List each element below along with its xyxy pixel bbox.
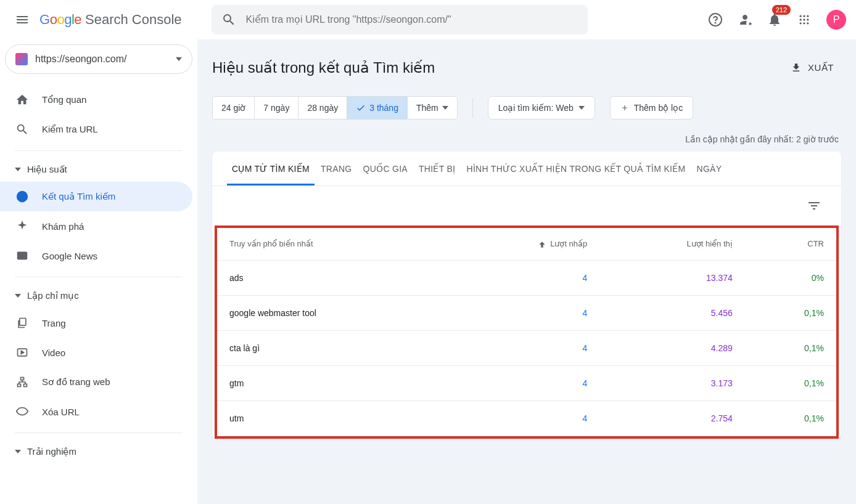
queries-table: Truy vấn phổ biến nhất Lượt nhấp Lượt hi… <box>217 228 836 436</box>
nav-google-news[interactable]: Google News <box>0 241 192 270</box>
nav-label: Khám phá <box>42 221 84 232</box>
nav-video[interactable]: Video <box>0 338 192 367</box>
search-type-filter[interactable]: Loại tìm kiếm: Web <box>488 96 595 120</box>
col-ctr[interactable]: CTR <box>745 228 836 260</box>
date-pill-7d[interactable]: 7 ngày <box>255 97 298 119</box>
users-settings-button[interactable] <box>733 7 757 32</box>
svg-rect-11 <box>17 252 28 260</box>
tab-devices[interactable]: THIẾT BỊ <box>414 152 460 185</box>
nav-discover[interactable]: Khám phá <box>0 211 192 241</box>
tab-queries[interactable]: CỤM TỪ TÌM KIẾM <box>227 152 315 185</box>
date-pill-28d[interactable]: 28 ngày <box>298 97 347 119</box>
table-filter-button[interactable] <box>802 193 826 218</box>
property-selector[interactable]: https://seongon.com/ <box>5 44 192 74</box>
apps-grid-icon <box>798 14 810 26</box>
last-update-text: Lần cập nhật gần đây nhất: 2 giờ trước <box>212 134 841 144</box>
tab-dates[interactable]: NGÀY <box>692 152 727 185</box>
main-layout: https://seongon.com/ Tổng quan Kiểm tra … <box>0 39 856 504</box>
divider <box>15 150 183 151</box>
cell-query: cta là gì <box>217 330 447 365</box>
svg-point-3 <box>803 15 805 17</box>
cell-ctr: 0,1% <box>745 330 836 365</box>
table-row[interactable]: utm 4 2.754 0,1% <box>217 400 836 436</box>
url-search-input[interactable] <box>246 14 578 25</box>
nav-section-performance[interactable]: Hiệu suất <box>0 157 197 182</box>
logo-area[interactable]: Google Search Console <box>39 12 182 28</box>
nav-overview[interactable]: Tổng quan <box>0 85 192 115</box>
user-avatar[interactable]: P <box>826 10 846 30</box>
svg-point-6 <box>803 18 805 20</box>
header-actions: 212 P <box>703 7 846 32</box>
filter-label: Thêm bộ lọc <box>634 103 683 113</box>
col-query[interactable]: Truy vấn phổ biến nhất <box>217 228 447 260</box>
nav-removals[interactable]: Xóa URL <box>0 397 192 426</box>
col-impressions[interactable]: Lượt hiển thị <box>599 228 744 260</box>
nav-search-results[interactable]: Kết quả Tìm kiếm <box>0 182 192 211</box>
add-filter-button[interactable]: Thêm bộ lọc <box>610 96 693 120</box>
notification-badge: 212 <box>772 5 791 15</box>
table-row[interactable]: cta là gì 4 4.289 0,1% <box>217 330 836 365</box>
video-icon <box>15 345 30 360</box>
date-pill-label: Thêm <box>416 103 438 113</box>
nav-section-indexing[interactable]: Lập chỉ mục <box>0 283 197 308</box>
nav-label: Kiểm tra URL <box>42 124 98 135</box>
tab-pages[interactable]: TRANG <box>316 152 357 185</box>
export-button[interactable]: XUẤT <box>791 62 834 73</box>
property-url: https://seongon.com/ <box>35 54 127 65</box>
app-header: Google Search Console 212 P <box>0 0 856 39</box>
hamburger-icon <box>15 12 30 27</box>
menu-toggle[interactable] <box>10 7 35 32</box>
table-row[interactable]: ads 4 13.374 0% <box>217 260 836 295</box>
tab-countries[interactable]: QUỐC GIA <box>358 152 413 185</box>
cell-query: google webmaster tool <box>217 295 447 330</box>
cell-query: gtm <box>217 365 447 400</box>
cell-impressions: 13.374 <box>599 260 744 295</box>
news-icon <box>15 248 30 263</box>
url-search-box[interactable] <box>212 5 588 35</box>
nav-label: Xóa URL <box>42 407 80 417</box>
cell-impressions: 2.754 <box>599 400 744 436</box>
tab-search-appearance[interactable]: HÌNH THỨC XUẤT HIỆN TRONG KẾT QUẢ TÌM KI… <box>462 152 691 185</box>
cell-impressions: 5.456 <box>599 295 744 330</box>
nav-url-inspect[interactable]: Kiểm tra URL <box>0 115 192 144</box>
section-label: Hiệu suất <box>27 164 67 175</box>
filter-list-icon <box>807 198 821 213</box>
date-pill-label: 3 tháng <box>369 103 398 113</box>
nav-pages[interactable]: Trang <box>0 308 192 338</box>
nav-sitemaps[interactable]: Sơ đồ trang web <box>0 367 192 397</box>
results-card: CỤM TỪ TÌM KIẾM TRANG QUỐC GIA THIẾT BỊ … <box>212 152 841 439</box>
chevron-down-icon <box>15 168 21 171</box>
svg-point-8 <box>800 22 802 24</box>
col-clicks-label: Lượt nhấp <box>550 239 587 248</box>
notifications-button[interactable]: 212 <box>762 7 787 32</box>
apps-button[interactable] <box>792 7 817 32</box>
table-row[interactable]: gtm 4 3.173 0,1% <box>217 365 836 400</box>
svg-point-2 <box>800 15 802 17</box>
page-header: Hiệu suất trong kết quả Tìm kiếm XUẤT <box>212 39 841 96</box>
page-title: Hiệu suất trong kết quả Tìm kiếm <box>212 59 435 76</box>
cell-clicks: 4 <box>447 365 600 400</box>
sort-up-icon <box>538 240 546 249</box>
visibility-off-icon <box>15 404 30 419</box>
date-pill-more[interactable]: Thêm <box>408 97 457 119</box>
property-icon <box>15 53 28 65</box>
nav-label: Trang <box>42 318 66 328</box>
cell-ctr: 0,1% <box>745 295 836 330</box>
svg-point-7 <box>807 18 809 20</box>
plus-icon <box>620 104 629 112</box>
filter-label: Loại tìm kiếm: Web <box>498 103 574 113</box>
nav-label: Kết quả Tìm kiếm <box>42 191 115 202</box>
check-icon <box>356 103 366 113</box>
table-row[interactable]: google webmaster tool 4 5.456 0,1% <box>217 295 836 330</box>
table-toolbar <box>212 186 841 226</box>
date-pill-3m[interactable]: 3 tháng <box>347 97 408 119</box>
col-clicks[interactable]: Lượt nhấp <box>447 228 600 260</box>
svg-rect-14 <box>21 378 24 380</box>
google-logo: Google <box>39 12 81 28</box>
date-pill-24h[interactable]: 24 giờ <box>213 97 255 119</box>
help-button[interactable] <box>703 7 728 32</box>
nav-section-experience[interactable]: Trải nghiệm <box>0 439 197 464</box>
sitemap-icon <box>15 375 30 389</box>
nav-label: Video <box>42 348 65 358</box>
svg-point-1 <box>715 23 716 23</box>
